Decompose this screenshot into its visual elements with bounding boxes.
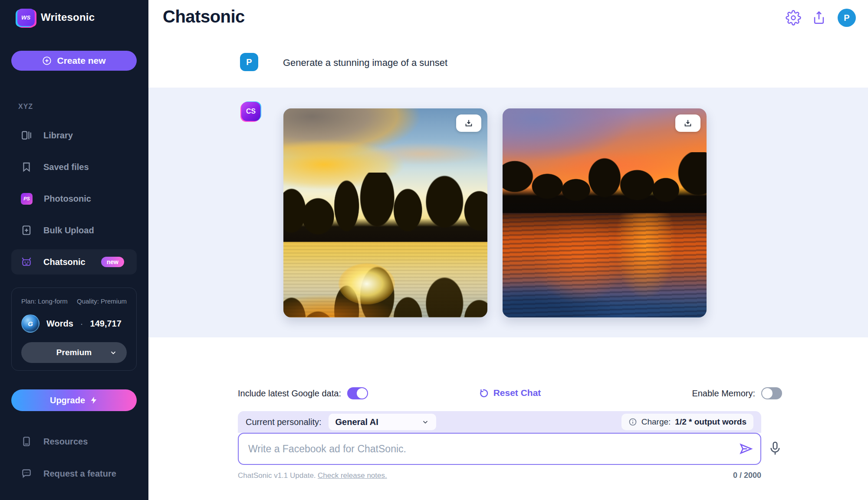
reset-chat-button[interactable]: Reset Chat [479, 388, 541, 398]
personality-bar: Current personality: General AI Charge: … [238, 411, 761, 433]
sidebar-footer: Resources Request a feature [11, 429, 137, 493]
download-icon [464, 118, 473, 128]
sun-reflection-glow [339, 263, 395, 304]
info-icon [628, 418, 637, 426]
words-balance-icon: G [21, 314, 39, 333]
lightning-bolt-icon [89, 396, 98, 405]
main-content: Chatsonic P P Generate a stunning image … [148, 0, 868, 500]
create-new-button[interactable]: Create new [11, 51, 137, 71]
sidebar-item-label: Chatsonic [43, 257, 85, 267]
version-update-text: ChatSonic v1.1 Update. [238, 471, 316, 480]
file-plus-icon [21, 225, 32, 236]
charge-label: Charge: [641, 417, 671, 427]
plan-select-dropdown[interactable]: Premium [21, 342, 127, 363]
google-data-label: Include latest Google data: [238, 389, 341, 399]
sidebar-item-chatsonic[interactable]: Chatsonic new [11, 249, 137, 275]
chat-bubble-icon [21, 468, 32, 479]
bookmark-icon [21, 161, 32, 173]
memory-toggle-group: Enable Memory: [692, 387, 782, 399]
toggle-knob [357, 388, 367, 399]
brand-logo[interactable]: ws Writesonic [17, 9, 95, 26]
header-actions: P [786, 9, 856, 27]
words-count: 149,717 [90, 319, 122, 329]
upgrade-button[interactable]: Upgrade [11, 389, 137, 411]
generated-sunset-image-2 [503, 108, 707, 317]
character-counter: 0 / 2000 [733, 471, 761, 480]
undo-icon [479, 388, 489, 398]
sidebar-item-bulk-upload[interactable]: Bulk Upload [11, 218, 137, 243]
plan-card: Plan: Long-form Quality: Premium G Words… [11, 288, 137, 371]
reset-chat-label: Reset Chat [493, 388, 541, 398]
sidebar-item-request-feature[interactable]: Request a feature [11, 461, 137, 486]
sidebar-item-label: Resources [43, 437, 88, 447]
personality-value: General AI [335, 417, 378, 427]
page-title: Chatsonic [163, 7, 245, 26]
plan-select-value: Premium [56, 348, 92, 357]
sidebar-item-photosonic[interactable]: PS Photosonic [11, 186, 137, 211]
sidebar: ws Writesonic Create new XYZ Library Sav… [0, 0, 148, 500]
chatsonic-app: ws Writesonic Create new XYZ Library Sav… [0, 0, 868, 500]
send-icon [739, 441, 753, 456]
robot-icon [21, 256, 32, 268]
sidebar-item-label: Request a feature [43, 469, 116, 479]
plan-label: Plan: Long-form [21, 297, 68, 305]
settings-button[interactable] [786, 10, 801, 26]
generated-sunset-image-1 [283, 108, 487, 317]
workspace-section-label: XYZ [18, 103, 33, 111]
brand-name: Writesonic [41, 11, 95, 23]
sidebar-item-saved-files[interactable]: Saved files [11, 154, 137, 180]
chatsonic-avatar: CS [241, 102, 260, 121]
create-new-label: Create new [57, 56, 105, 66]
sidebar-item-resources[interactable]: Resources [11, 429, 137, 454]
chevron-down-icon [109, 349, 117, 356]
toggle-knob [762, 388, 773, 399]
download-image-button[interactable] [456, 114, 481, 132]
sidebar-item-label: Photosonic [44, 194, 91, 204]
download-icon [683, 118, 693, 128]
chevron-down-icon [421, 418, 429, 426]
toggles-row: Include latest Google data: Reset Chat E… [238, 387, 782, 403]
bot-response-row: CS [148, 88, 868, 337]
rippled-water [503, 213, 707, 317]
send-button[interactable] [739, 441, 753, 456]
personality-label: Current personality: [246, 417, 322, 427]
microphone-button[interactable] [768, 441, 783, 457]
microphone-icon [768, 441, 782, 457]
charge-info-pill: Charge: 1/2 * output words [621, 414, 753, 430]
words-label: Words [46, 319, 73, 329]
share-button[interactable] [812, 10, 827, 26]
charge-value: 1/2 * output words [675, 417, 746, 427]
release-notes-link[interactable]: Check release notes. [318, 471, 387, 480]
sidebar-nav: Library Saved files PS Photosonic Bulk U… [11, 123, 137, 281]
sidebar-item-library[interactable]: Library [11, 123, 137, 148]
chat-controls: Include latest Google data: Reset Chat E… [238, 387, 782, 487]
upgrade-label: Upgrade [50, 395, 85, 405]
sidebar-item-label: Saved files [43, 162, 89, 172]
tree-silhouettes [283, 173, 487, 242]
message-input[interactable] [238, 433, 761, 465]
google-data-toggle-group: Include latest Google data: [238, 387, 368, 399]
quality-label: Quality: Premium [77, 297, 127, 305]
message-input-wrap [238, 433, 761, 465]
share-icon [812, 10, 826, 25]
library-icon [21, 130, 32, 141]
book-icon [21, 436, 32, 447]
photosonic-logo: PS [21, 193, 33, 205]
sidebar-item-label: Bulk Upload [43, 225, 94, 235]
personality-select[interactable]: General AI [329, 414, 436, 430]
user-avatar: P [240, 53, 258, 71]
memory-label: Enable Memory: [692, 389, 755, 399]
sidebar-item-label: Library [43, 131, 73, 141]
user-avatar-menu[interactable]: P [838, 9, 856, 27]
words-separator: · [80, 319, 83, 329]
gear-icon [786, 10, 801, 26]
google-data-toggle[interactable] [347, 387, 368, 399]
input-footer: ChatSonic v1.1 Update. Check release not… [238, 471, 761, 480]
plus-circle-icon [42, 56, 52, 65]
tree-silhouettes [503, 152, 707, 213]
writesonic-logo-icon: ws [17, 9, 35, 26]
user-message-row: P Generate a stunning image of a sunset [148, 40, 868, 88]
memory-toggle[interactable] [761, 387, 782, 399]
download-image-button[interactable] [675, 114, 700, 132]
new-badge: new [101, 257, 124, 267]
